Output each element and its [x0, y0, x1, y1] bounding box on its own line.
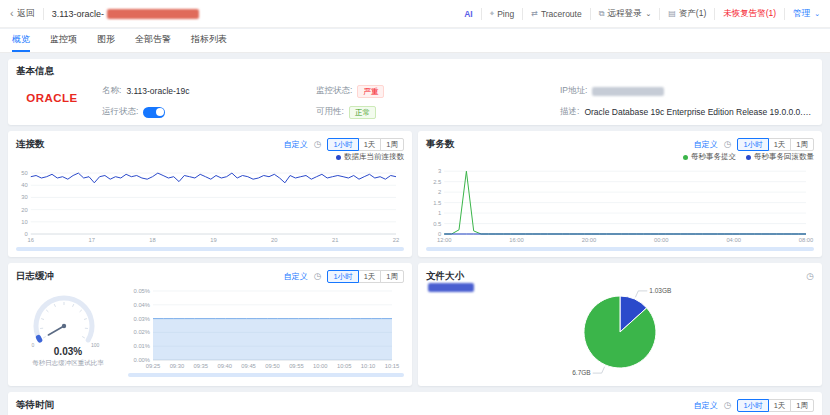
legend-item: 数据库当前连接数 [336, 152, 404, 162]
svg-text:50: 50 [21, 170, 27, 176]
range-1w-button[interactable]: 1周 [790, 138, 814, 151]
range-segmented-control: 1小时 1天 1周 [327, 138, 404, 151]
filesize-panel: 文件大小 ◷ 1.03GB6.7GB [418, 263, 822, 386]
asset-button[interactable]: ▤ 资产(1) [668, 8, 706, 20]
waittime-panel: 等待时间 自定义 ◷ 1小时 1天 1周 [8, 392, 822, 415]
transactions-line-chart: 00.511.522.5312:0016:0020:0000:0004:0008… [426, 162, 814, 244]
ping-label: Ping [497, 9, 514, 19]
oracle-logo: ORACLE [16, 84, 88, 104]
svg-text:12:00: 12:00 [437, 237, 452, 243]
clock-icon[interactable]: ◷ [314, 272, 322, 281]
terminal-icon: ⧉ [599, 9, 605, 19]
custom-range-link[interactable]: 自定义 [694, 139, 718, 150]
connections-line-chart: 0102030405016171819202122 [16, 162, 404, 244]
svg-text:10:05: 10:05 [337, 363, 352, 369]
svg-text:30: 30 [21, 194, 27, 200]
svg-text:20:00: 20:00 [582, 237, 597, 243]
range-segmented-control: 1小时 1天 1周 [737, 399, 814, 412]
clock-icon[interactable]: ◷ [314, 140, 322, 149]
host-name-value: 3.113-oracle-19c [126, 86, 189, 96]
series-dot-icon [683, 155, 688, 160]
logbuffer-panel: 日志缓冲 自定义 ◷ 1小时 1天 1周 0100 0.03% 每秒日志缓冲区重… [8, 263, 412, 386]
logbuffer-gauge: 0100 [16, 286, 112, 348]
logbuffer-title: 日志缓冲 [16, 270, 54, 283]
svg-text:08:00: 08:00 [799, 237, 814, 243]
description-value: Oracle Database 19c Enterprise Edition R… [584, 107, 814, 117]
transactions-panel: 事务数 自定义 ◷ 1小时 1天 1周 每秒事务提交 [418, 131, 822, 257]
tab-overview[interactable]: 概览 [12, 29, 30, 52]
range-1w-button[interactable]: 1周 [790, 399, 814, 412]
range-1w-button[interactable]: 1周 [380, 138, 404, 151]
legend-item: 每秒事务回滚数量 [746, 152, 814, 162]
clock-icon[interactable]: ◷ [724, 401, 732, 410]
back-button[interactable]: ‹ 返回 [10, 7, 35, 20]
svg-text:100: 100 [91, 342, 100, 348]
tab-graphs[interactable]: 图形 [97, 29, 115, 52]
gauge-column: 0100 0.03% 每秒日志缓冲区重试比率 [16, 286, 120, 377]
series-dot-icon [336, 155, 341, 160]
custom-range-link[interactable]: 自定义 [284, 139, 308, 150]
availability-badge: 正常 [349, 106, 376, 119]
range-1d-button[interactable]: 1天 [358, 138, 382, 151]
logbuffer-area-chart: 0.00%0.01%0.02%0.03%0.04%0.05%09:2509:30… [128, 286, 400, 370]
range-1h-button[interactable]: 1小时 [737, 399, 768, 412]
traceroute-button[interactable]: ⇄ Traceroute [531, 9, 582, 19]
tab-metric-list[interactable]: 指标列表 [191, 29, 227, 52]
custom-range-link[interactable]: 自定义 [284, 271, 308, 282]
legend-item: 每秒事务提交 [683, 152, 736, 162]
severity-badge: 严重 [357, 85, 384, 98]
transactions-legend: 每秒事务提交 每秒事务回滚数量 [426, 152, 814, 162]
manage-dropdown[interactable]: 管理 ⌄ [793, 8, 820, 20]
svg-text:1: 1 [438, 210, 441, 216]
range-1d-button[interactable]: 1天 [768, 138, 792, 151]
svg-text:2: 2 [438, 189, 441, 195]
svg-text:04:00: 04:00 [726, 237, 741, 243]
svg-text:0: 0 [31, 342, 34, 348]
series-dot-icon [746, 155, 751, 160]
legend-label: 数据库当前连接数 [344, 152, 404, 162]
range-1d-button[interactable]: 1天 [768, 399, 792, 412]
tab-bar: 概览 监控项 图形 全部告警 指标列表 [0, 29, 830, 53]
run-status-toggle[interactable] [143, 107, 165, 118]
svg-text:19: 19 [210, 237, 216, 243]
description-label: 描述: [560, 106, 579, 118]
filesize-pie-chart: 1.03GB6.7GB [426, 284, 814, 380]
svg-text:1.5: 1.5 [433, 200, 441, 206]
run-status-label: 运行状态: [102, 106, 138, 118]
svg-text:20: 20 [21, 207, 27, 213]
page-title: 3.113-oracle- [52, 9, 199, 19]
range-1w-button[interactable]: 1周 [380, 270, 404, 283]
divider [659, 8, 660, 20]
waittime-title: 等待时间 [16, 399, 54, 412]
svg-text:3: 3 [438, 168, 441, 174]
connections-title: 连接数 [16, 138, 45, 151]
unrecovered-alarm-link[interactable]: 未恢复告警(1) [723, 8, 776, 20]
chart-scrollbar[interactable] [426, 247, 814, 251]
remote-login-dropdown[interactable]: ⧉ 远程登录 ⌄ [599, 8, 652, 20]
tab-all-alerts[interactable]: 全部告警 [135, 29, 171, 52]
svg-text:18: 18 [149, 237, 155, 243]
svg-text:09:30: 09:30 [170, 363, 185, 369]
range-1h-button[interactable]: 1小时 [327, 270, 358, 283]
chart-scrollbar[interactable] [16, 247, 404, 251]
asset-icon: ▤ [668, 9, 676, 18]
svg-text:0.5: 0.5 [433, 221, 441, 227]
clock-icon[interactable]: ◷ [724, 140, 732, 149]
svg-text:10: 10 [21, 219, 27, 225]
redacted-host [107, 9, 199, 19]
ping-button[interactable]: ⌖ Ping [490, 9, 515, 19]
redacted-ip [592, 87, 664, 96]
ai-button[interactable]: AI [464, 9, 473, 19]
svg-text:0.03%: 0.03% [134, 316, 150, 322]
range-1h-button[interactable]: 1小时 [737, 138, 768, 151]
ip-label: IP地址: [560, 85, 587, 97]
range-1h-button[interactable]: 1小时 [327, 138, 358, 151]
clock-icon[interactable]: ◷ [806, 272, 814, 281]
chart-scrollbar[interactable] [128, 373, 404, 377]
tab-items[interactable]: 监控项 [50, 29, 77, 52]
custom-range-link[interactable]: 自定义 [694, 400, 718, 411]
svg-text:0.01%: 0.01% [134, 343, 150, 349]
range-1d-button[interactable]: 1天 [358, 270, 382, 283]
svg-text:09:55: 09:55 [289, 363, 304, 369]
traceroute-icon: ⇄ [531, 9, 538, 18]
